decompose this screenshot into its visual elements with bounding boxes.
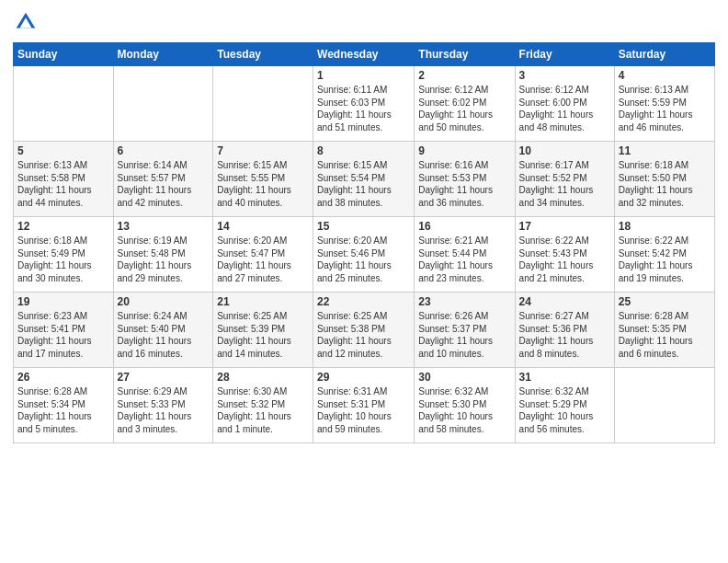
- week-row: 5Sunrise: 6:13 AM Sunset: 5:58 PM Daylig…: [14, 142, 715, 217]
- day-number: 1: [317, 69, 410, 82]
- day-cell: 13Sunrise: 6:19 AM Sunset: 5:48 PM Dayli…: [113, 217, 213, 293]
- day-number: 30: [418, 371, 510, 384]
- day-cell: 22Sunrise: 6:25 AM Sunset: 5:38 PM Dayli…: [313, 293, 415, 368]
- day-info: Sunrise: 6:31 AM Sunset: 5:31 PM Dayligh…: [317, 385, 410, 435]
- day-cell: 25Sunrise: 6:28 AM Sunset: 5:35 PM Dayli…: [614, 293, 714, 368]
- weekday-header: Tuesday: [213, 43, 313, 66]
- day-info: Sunrise: 6:19 AM Sunset: 5:48 PM Dayligh…: [118, 235, 210, 284]
- day-cell: 28Sunrise: 6:30 AM Sunset: 5:32 PM Dayli…: [213, 368, 313, 443]
- day-cell: [14, 66, 114, 142]
- day-number: 13: [118, 220, 210, 233]
- week-row: 19Sunrise: 6:23 AM Sunset: 5:41 PM Dayli…: [14, 293, 715, 368]
- day-cell: 24Sunrise: 6:27 AM Sunset: 5:36 PM Dayli…: [515, 293, 614, 368]
- day-info: Sunrise: 6:13 AM Sunset: 5:58 PM Dayligh…: [17, 159, 109, 209]
- day-number: 31: [519, 371, 610, 384]
- day-number: 16: [418, 220, 510, 233]
- weekday-header: Sunday: [14, 43, 114, 66]
- weekday-header: Monday: [113, 43, 213, 66]
- weekday-header: Wednesday: [313, 43, 415, 66]
- day-info: Sunrise: 6:24 AM Sunset: 5:40 PM Dayligh…: [118, 310, 210, 360]
- day-number: 15: [317, 220, 410, 233]
- day-cell: 10Sunrise: 6:17 AM Sunset: 5:52 PM Dayli…: [515, 142, 614, 217]
- day-number: 23: [418, 295, 510, 308]
- day-info: Sunrise: 6:32 AM Sunset: 5:29 PM Dayligh…: [519, 385, 610, 435]
- day-cell: 19Sunrise: 6:23 AM Sunset: 5:41 PM Dayli…: [14, 293, 114, 368]
- day-info: Sunrise: 6:25 AM Sunset: 5:39 PM Dayligh…: [217, 310, 309, 360]
- day-number: 17: [519, 220, 610, 233]
- day-info: Sunrise: 6:30 AM Sunset: 5:32 PM Dayligh…: [217, 385, 309, 435]
- day-cell: 21Sunrise: 6:25 AM Sunset: 5:39 PM Dayli…: [213, 293, 313, 368]
- day-number: 26: [17, 371, 109, 384]
- week-row: 1Sunrise: 6:11 AM Sunset: 6:03 PM Daylig…: [14, 66, 715, 142]
- main-container: SundayMondayTuesdayWednesdayThursdayFrid…: [0, 0, 728, 563]
- day-info: Sunrise: 6:22 AM Sunset: 5:42 PM Dayligh…: [619, 235, 711, 284]
- day-cell: 9Sunrise: 6:16 AM Sunset: 5:53 PM Daylig…: [415, 142, 515, 217]
- day-cell: 5Sunrise: 6:13 AM Sunset: 5:58 PM Daylig…: [14, 142, 114, 217]
- day-cell: 1Sunrise: 6:11 AM Sunset: 6:03 PM Daylig…: [313, 66, 415, 142]
- day-cell: 26Sunrise: 6:28 AM Sunset: 5:34 PM Dayli…: [14, 368, 114, 443]
- day-number: 9: [418, 144, 510, 157]
- day-cell: 31Sunrise: 6:32 AM Sunset: 5:29 PM Dayli…: [515, 368, 614, 443]
- day-info: Sunrise: 6:22 AM Sunset: 5:43 PM Dayligh…: [519, 235, 610, 284]
- weekday-header: Saturday: [614, 43, 714, 66]
- day-info: Sunrise: 6:12 AM Sunset: 6:00 PM Dayligh…: [519, 84, 610, 133]
- day-info: Sunrise: 6:18 AM Sunset: 5:50 PM Dayligh…: [619, 159, 711, 209]
- day-info: Sunrise: 6:17 AM Sunset: 5:52 PM Dayligh…: [519, 159, 610, 209]
- day-cell: 2Sunrise: 6:12 AM Sunset: 6:02 PM Daylig…: [415, 66, 515, 142]
- day-number: 19: [17, 295, 109, 308]
- logo-icon: [13, 9, 39, 35]
- day-number: 18: [619, 220, 711, 233]
- day-info: Sunrise: 6:14 AM Sunset: 5:57 PM Dayligh…: [118, 159, 210, 209]
- day-cell: [614, 368, 714, 443]
- day-number: 5: [17, 144, 109, 157]
- day-number: 12: [17, 220, 109, 233]
- day-cell: 12Sunrise: 6:18 AM Sunset: 5:49 PM Dayli…: [14, 217, 114, 293]
- day-number: 28: [217, 371, 309, 384]
- day-cell: 18Sunrise: 6:22 AM Sunset: 5:42 PM Dayli…: [614, 217, 714, 293]
- day-cell: [113, 66, 213, 142]
- day-cell: 17Sunrise: 6:22 AM Sunset: 5:43 PM Dayli…: [515, 217, 614, 293]
- day-number: 27: [118, 371, 210, 384]
- day-number: 22: [317, 295, 410, 308]
- day-info: Sunrise: 6:15 AM Sunset: 5:54 PM Dayligh…: [317, 159, 410, 209]
- day-cell: 8Sunrise: 6:15 AM Sunset: 5:54 PM Daylig…: [313, 142, 415, 217]
- calendar: SundayMondayTuesdayWednesdayThursdayFrid…: [13, 42, 715, 443]
- day-cell: 7Sunrise: 6:15 AM Sunset: 5:55 PM Daylig…: [213, 142, 313, 217]
- day-number: 25: [619, 295, 711, 308]
- day-number: 3: [519, 69, 610, 82]
- day-number: 2: [418, 69, 510, 82]
- day-number: 21: [217, 295, 309, 308]
- day-number: 8: [317, 144, 410, 157]
- day-number: 7: [217, 144, 309, 157]
- day-info: Sunrise: 6:18 AM Sunset: 5:49 PM Dayligh…: [17, 235, 109, 284]
- day-info: Sunrise: 6:12 AM Sunset: 6:02 PM Dayligh…: [418, 84, 510, 133]
- weekday-header: Thursday: [415, 43, 515, 66]
- day-cell: 4Sunrise: 6:13 AM Sunset: 5:59 PM Daylig…: [614, 66, 714, 142]
- day-cell: 27Sunrise: 6:29 AM Sunset: 5:33 PM Dayli…: [113, 368, 213, 443]
- day-number: 14: [217, 220, 309, 233]
- day-cell: [213, 66, 313, 142]
- day-number: 24: [519, 295, 610, 308]
- day-info: Sunrise: 6:29 AM Sunset: 5:33 PM Dayligh…: [118, 385, 210, 435]
- day-cell: 15Sunrise: 6:20 AM Sunset: 5:46 PM Dayli…: [313, 217, 415, 293]
- day-info: Sunrise: 6:25 AM Sunset: 5:38 PM Dayligh…: [317, 310, 410, 360]
- day-number: 11: [619, 144, 711, 157]
- week-row: 26Sunrise: 6:28 AM Sunset: 5:34 PM Dayli…: [14, 368, 715, 443]
- day-cell: 30Sunrise: 6:32 AM Sunset: 5:30 PM Dayli…: [415, 368, 515, 443]
- day-cell: 11Sunrise: 6:18 AM Sunset: 5:50 PM Dayli…: [614, 142, 714, 217]
- day-info: Sunrise: 6:15 AM Sunset: 5:55 PM Dayligh…: [217, 159, 309, 209]
- day-info: Sunrise: 6:27 AM Sunset: 5:36 PM Dayligh…: [519, 310, 610, 360]
- day-info: Sunrise: 6:21 AM Sunset: 5:44 PM Dayligh…: [418, 235, 510, 284]
- day-cell: 29Sunrise: 6:31 AM Sunset: 5:31 PM Dayli…: [313, 368, 415, 443]
- day-cell: 20Sunrise: 6:24 AM Sunset: 5:40 PM Dayli…: [113, 293, 213, 368]
- day-info: Sunrise: 6:26 AM Sunset: 5:37 PM Dayligh…: [418, 310, 510, 360]
- day-number: 4: [619, 69, 711, 82]
- day-info: Sunrise: 6:32 AM Sunset: 5:30 PM Dayligh…: [418, 385, 510, 435]
- logo: [13, 9, 42, 35]
- weekday-header-row: SundayMondayTuesdayWednesdayThursdayFrid…: [14, 43, 715, 66]
- day-info: Sunrise: 6:28 AM Sunset: 5:34 PM Dayligh…: [17, 385, 109, 435]
- day-info: Sunrise: 6:20 AM Sunset: 5:46 PM Dayligh…: [317, 235, 410, 284]
- day-number: 10: [519, 144, 610, 157]
- day-number: 20: [118, 295, 210, 308]
- day-info: Sunrise: 6:16 AM Sunset: 5:53 PM Dayligh…: [418, 159, 510, 209]
